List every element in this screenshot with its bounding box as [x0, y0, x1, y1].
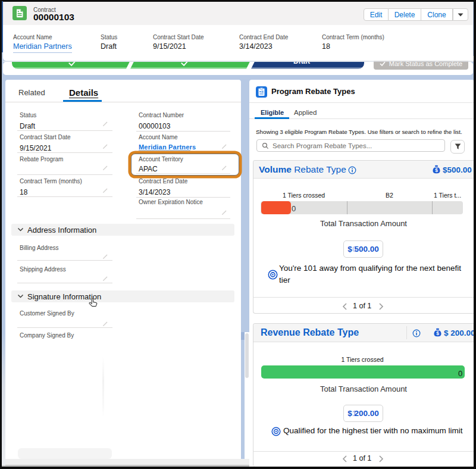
svg-text:$: $	[436, 330, 439, 336]
svg-text:$: $	[435, 167, 438, 173]
